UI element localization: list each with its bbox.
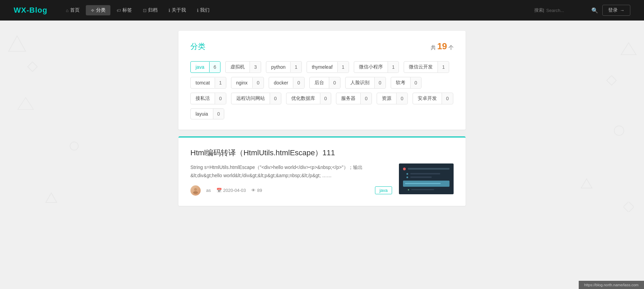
post-title[interactable]: Html编码转译（HtmlUtils.htmlEscape）111 xyxy=(190,148,454,158)
tag-name-layuia: layuia xyxy=(191,109,213,119)
tag-count-tomcat: 1 xyxy=(215,78,226,88)
nav-icon-0: ⌂ xyxy=(66,8,69,13)
count-number: 19 xyxy=(437,41,447,51)
post-views: 👁 89 xyxy=(251,188,262,193)
tag-item-软考[interactable]: 软考 0 xyxy=(391,77,422,89)
tag-count-优化数据库: 0 xyxy=(320,93,331,104)
tag-name-docker: docker xyxy=(269,78,293,88)
tag-item-thymeleaf[interactable]: thymeleaf 1 xyxy=(307,61,349,73)
tag-item-优化数据库[interactable]: 优化数据库 0 xyxy=(286,93,332,104)
search-label: 搜索| xyxy=(534,7,544,13)
post-tag-badge[interactable]: java xyxy=(375,186,392,194)
tag-count-安卓开发: 0 xyxy=(442,93,453,104)
tag-item-java[interactable]: java 6 xyxy=(190,61,220,73)
login-label: 登录 xyxy=(608,7,618,13)
tag-count-python: 1 xyxy=(291,62,301,72)
tag-count-软考: 0 xyxy=(411,78,421,88)
tag-item-微信云开发[interactable]: 微信云开发 1 xyxy=(404,61,449,73)
tag-name-人脸识别: 人脸识别 xyxy=(346,77,375,88)
nav-item-4[interactable]: ℹ关于我 xyxy=(164,5,191,15)
nav-item-3[interactable]: ⊡归档 xyxy=(138,5,162,15)
tag-count-接私活: 0 xyxy=(215,93,226,104)
tag-count-layuia: 0 xyxy=(213,109,224,119)
tag-item-资源[interactable]: 资源 0 xyxy=(377,93,408,104)
tag-item-人脸识别[interactable]: 人脸识别 0 xyxy=(345,77,386,89)
nav-links: ⌂首页❖分类🏷标签⊡归档ℹ关于我ℹ我们 xyxy=(61,5,534,15)
avatar xyxy=(190,185,201,196)
nav-item-2[interactable]: 🏷标签 xyxy=(112,5,137,15)
tags-grid: java 6 虚拟机 3 python 1 thymeleaf 1 微信小程序 … xyxy=(190,61,454,119)
svg-rect-6 xyxy=(607,76,616,85)
tag-count-微信小程序: 1 xyxy=(388,62,399,72)
tag-name-微信小程序: 微信小程序 xyxy=(354,62,388,73)
tag-name-虚拟机: 虚拟机 xyxy=(226,62,250,73)
tag-item-nginx[interactable]: nginx 0 xyxy=(231,77,264,89)
tag-item-服务器[interactable]: 服务器 0 xyxy=(336,93,372,104)
tag-count-thymeleaf: 1 xyxy=(338,62,349,72)
tag-item-layuia[interactable]: layuia 0 xyxy=(190,108,224,119)
tag-count-人脸识别: 0 xyxy=(375,78,386,88)
navbar: WX-Blog ⌂首页❖分类🏷标签⊡归档ℹ关于我ℹ我们 搜索| 🔍 登录 → xyxy=(0,0,644,21)
svg-marker-8 xyxy=(581,179,592,188)
tag-name-接私活: 接私活 xyxy=(191,93,215,104)
tag-name-微信云开发: 微信云开发 xyxy=(404,62,438,73)
nav-icon-3: ⊡ xyxy=(143,8,147,13)
tag-count-docker: 0 xyxy=(293,78,304,88)
nav-icon-1: ❖ xyxy=(91,8,95,13)
tag-item-python[interactable]: python 1 xyxy=(266,61,302,73)
tag-name-nginx: nginx xyxy=(231,78,253,88)
tag-name-后台: 后台 xyxy=(310,77,329,88)
count-suffix: 个 xyxy=(448,44,454,50)
login-arrow-icon: → xyxy=(620,8,625,13)
search-box: 搜索| xyxy=(534,7,587,13)
main-container: 分类 共 19 个 java 6 虚拟机 3 python 1 thymelea… xyxy=(172,31,472,206)
svg-marker-2 xyxy=(18,97,33,109)
nav-item-0[interactable]: ⌂首页 xyxy=(61,5,84,15)
nav-item-5[interactable]: ℹ我们 xyxy=(192,5,214,15)
nav-icon-5: ℹ xyxy=(197,8,199,13)
tag-count-虚拟机: 3 xyxy=(250,62,261,72)
svg-point-11 xyxy=(193,191,198,194)
eye-icon: 👁 xyxy=(251,188,256,193)
svg-point-7 xyxy=(614,126,624,135)
tag-count-服务器: 0 xyxy=(361,93,372,104)
tag-name-thymeleaf: thymeleaf xyxy=(307,62,338,72)
post-text-area: String s=HtmlUtils.htmlEscape（"<div>hell… xyxy=(190,163,392,196)
calendar-icon: 📅 xyxy=(216,188,222,193)
nav-icon-2: 🏷 xyxy=(117,8,121,13)
svg-marker-5 xyxy=(621,43,636,55)
tag-item-tomcat[interactable]: tomcat 1 xyxy=(190,77,226,89)
post-content: String s=HtmlUtils.htmlEscape（"<div>hell… xyxy=(190,163,454,196)
login-button[interactable]: 登录 → xyxy=(602,5,630,16)
page-background: 分类 共 19 个 java 6 虚拟机 3 python 1 thymelea… xyxy=(0,21,644,289)
site-logo[interactable]: WX-Blog xyxy=(14,6,48,15)
tag-count-后台: 0 xyxy=(329,78,340,88)
categories-title: 分类 xyxy=(190,41,205,52)
svg-marker-0 xyxy=(9,36,26,51)
search-input[interactable] xyxy=(546,8,587,13)
svg-rect-9 xyxy=(623,202,634,212)
svg-point-10 xyxy=(194,188,197,191)
search-icon[interactable]: 🔍 xyxy=(591,7,598,14)
tag-item-远程访问网站[interactable]: 远程访问网站 0 xyxy=(231,93,281,104)
tag-count-微信云开发: 1 xyxy=(438,62,449,72)
tag-item-接私活[interactable]: 接私活 0 xyxy=(190,93,226,104)
tag-item-微信小程序[interactable]: 微信小程序 1 xyxy=(354,61,399,73)
svg-point-3 xyxy=(70,142,78,150)
tag-item-安卓开发[interactable]: 安卓开发 0 xyxy=(413,93,453,104)
tag-count-远程访问网站: 0 xyxy=(270,93,281,104)
thumbnail-image xyxy=(399,163,454,194)
tag-name-资源: 资源 xyxy=(377,93,397,104)
categories-count: 共 19 个 xyxy=(431,41,454,52)
tag-name-服务器: 服务器 xyxy=(336,93,361,104)
tag-item-后台[interactable]: 后台 0 xyxy=(309,77,340,89)
tag-item-虚拟机[interactable]: 虚拟机 3 xyxy=(225,61,261,73)
svg-rect-1 xyxy=(28,62,37,71)
tag-name-远程访问网站: 远程访问网站 xyxy=(231,93,270,104)
post-author: as xyxy=(206,188,211,193)
tag-item-docker[interactable]: docker 0 xyxy=(269,77,305,89)
tag-name-优化数据库: 优化数据库 xyxy=(286,93,320,104)
tag-name-安卓开发: 安卓开发 xyxy=(413,93,442,104)
tag-count-资源: 0 xyxy=(397,93,407,104)
nav-item-1[interactable]: ❖分类 xyxy=(86,5,110,15)
